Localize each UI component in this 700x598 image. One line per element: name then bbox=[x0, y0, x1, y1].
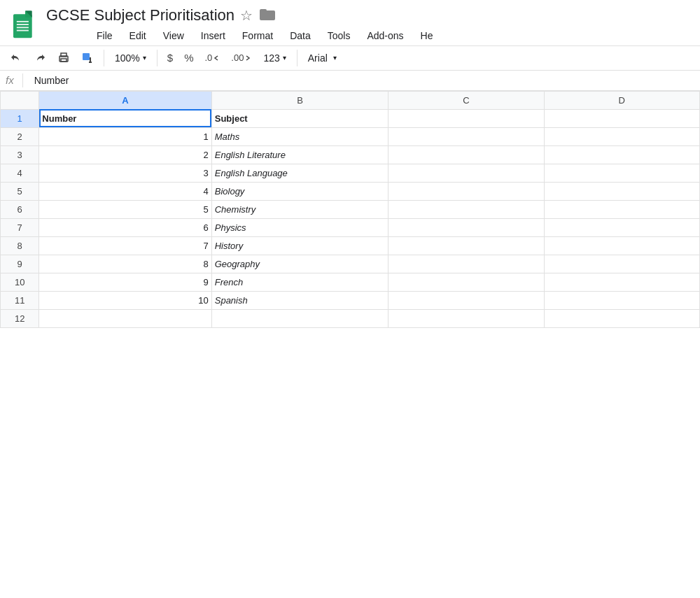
cell-B11[interactable]: Spanish bbox=[211, 291, 388, 309]
row-header-8[interactable]: 8 bbox=[1, 236, 39, 255]
cell-C9[interactable] bbox=[388, 255, 544, 273]
cell-B6[interactable]: Chemistry bbox=[211, 200, 388, 218]
print-button[interactable] bbox=[53, 49, 74, 67]
cell-D9[interactable] bbox=[544, 255, 699, 273]
decimal-less-button[interactable]: .0 bbox=[201, 50, 225, 66]
cell-D6[interactable] bbox=[544, 200, 699, 218]
table-row: 32English Literature bbox=[1, 145, 700, 164]
cell-A1[interactable]: Number bbox=[39, 109, 211, 127]
cell-C8[interactable] bbox=[388, 236, 544, 255]
cell-D5[interactable] bbox=[544, 182, 699, 200]
cell-D8[interactable] bbox=[544, 236, 699, 255]
cell-B5[interactable]: Biology bbox=[211, 182, 388, 200]
cell-A3[interactable]: 2 bbox=[39, 145, 211, 164]
cell-A10[interactable]: 9 bbox=[39, 273, 211, 291]
menu-file[interactable]: File bbox=[88, 27, 121, 44]
col-header-C[interactable]: C bbox=[388, 91, 544, 109]
cell-C6[interactable] bbox=[388, 200, 544, 218]
toolbar: 100% ▾ $ % .0 .00 123 ▾ Arial ▾ bbox=[0, 45, 700, 71]
cell-B3[interactable]: English Literature bbox=[211, 145, 388, 164]
font-selector[interactable]: Arial ▾ bbox=[303, 50, 359, 66]
row-header-12[interactable]: 12 bbox=[1, 309, 39, 327]
cell-B9[interactable]: Geography bbox=[211, 255, 388, 273]
cell-D7[interactable] bbox=[544, 218, 699, 236]
paint-format-button[interactable] bbox=[77, 49, 98, 67]
table-row: 54Biology bbox=[1, 182, 700, 200]
row-header-7[interactable]: 7 bbox=[1, 218, 39, 236]
row-header-2[interactable]: 2 bbox=[1, 127, 39, 145]
table-row: 65Chemistry bbox=[1, 200, 700, 218]
cell-C5[interactable] bbox=[388, 182, 544, 200]
col-header-A[interactable]: A bbox=[39, 91, 211, 109]
row-header-4[interactable]: 4 bbox=[1, 164, 39, 182]
row-header-6[interactable]: 6 bbox=[1, 200, 39, 218]
col-header-D[interactable]: D bbox=[544, 91, 699, 109]
cell-A7[interactable]: 6 bbox=[39, 218, 211, 236]
cell-B2[interactable]: Maths bbox=[211, 127, 388, 145]
cell-D12[interactable] bbox=[544, 309, 699, 327]
title-bar: GCSE Subject Prioritisation ☆ File Edit … bbox=[0, 0, 700, 45]
cell-B10[interactable]: French bbox=[211, 273, 388, 291]
col-header-B[interactable]: B bbox=[211, 91, 388, 109]
menu-view[interactable]: View bbox=[155, 27, 192, 44]
decimal-more-button[interactable]: .00 bbox=[227, 50, 255, 66]
cell-D10[interactable] bbox=[544, 273, 699, 291]
star-icon[interactable]: ☆ bbox=[240, 7, 253, 24]
format-type-selector[interactable]: 123 ▾ bbox=[258, 50, 290, 66]
currency-button[interactable]: $ bbox=[163, 49, 177, 66]
cell-A12[interactable] bbox=[39, 309, 211, 327]
spreadsheet-container[interactable]: A B C D 1NumberSubject21Maths32English L… bbox=[0, 91, 700, 328]
menu-bar: File Edit View Insert Format Data Tools … bbox=[46, 26, 441, 45]
row-header-10[interactable]: 10 bbox=[1, 273, 39, 291]
cell-C12[interactable] bbox=[388, 309, 544, 327]
cell-D4[interactable] bbox=[544, 164, 699, 182]
table-row: 43English Language bbox=[1, 164, 700, 182]
cell-B8[interactable]: History bbox=[211, 236, 388, 255]
cell-A11[interactable]: 10 bbox=[39, 291, 211, 309]
cell-D1[interactable] bbox=[544, 109, 699, 127]
cell-D11[interactable] bbox=[544, 291, 699, 309]
menu-data[interactable]: Data bbox=[281, 27, 319, 44]
cell-B1[interactable]: Subject bbox=[211, 109, 388, 127]
cell-C4[interactable] bbox=[388, 164, 544, 182]
percent-button[interactable]: % bbox=[180, 49, 197, 66]
undo-button[interactable] bbox=[6, 49, 27, 67]
row-header-1[interactable]: 1 bbox=[1, 109, 39, 127]
cell-A2[interactable]: 1 bbox=[39, 127, 211, 145]
spreadsheet: A B C D 1NumberSubject21Maths32English L… bbox=[0, 91, 700, 328]
cell-B12[interactable] bbox=[211, 309, 388, 327]
menu-edit[interactable]: Edit bbox=[121, 27, 155, 44]
menu-insert[interactable]: Insert bbox=[192, 27, 234, 44]
document-title[interactable]: GCSE Subject Prioritisation bbox=[46, 6, 234, 26]
row-header-3[interactable]: 3 bbox=[1, 145, 39, 164]
cell-C3[interactable] bbox=[388, 145, 544, 164]
app-icon bbox=[11, 8, 39, 42]
cell-A4[interactable]: 3 bbox=[39, 164, 211, 182]
redo-button[interactable] bbox=[29, 49, 50, 67]
cell-A8[interactable]: 7 bbox=[39, 236, 211, 255]
cell-A9[interactable]: 8 bbox=[39, 255, 211, 273]
cell-C7[interactable] bbox=[388, 218, 544, 236]
cell-B7[interactable]: Physics bbox=[211, 218, 388, 236]
row-header-11[interactable]: 11 bbox=[1, 291, 39, 309]
cell-A5[interactable]: 4 bbox=[39, 182, 211, 200]
formula-divider bbox=[22, 73, 23, 87]
cell-D3[interactable] bbox=[544, 145, 699, 164]
font-arrow: ▾ bbox=[333, 54, 337, 62]
zoom-selector[interactable]: 100% ▾ bbox=[110, 50, 151, 66]
cell-C11[interactable] bbox=[388, 291, 544, 309]
cell-A6[interactable]: 5 bbox=[39, 200, 211, 218]
folder-icon[interactable] bbox=[260, 8, 275, 24]
cell-C10[interactable] bbox=[388, 273, 544, 291]
menu-tools[interactable]: Tools bbox=[319, 27, 359, 44]
menu-addons[interactable]: Add-ons bbox=[358, 27, 412, 44]
menu-format[interactable]: Format bbox=[234, 27, 281, 44]
cell-D2[interactable] bbox=[544, 127, 699, 145]
cell-C1[interactable] bbox=[388, 109, 544, 127]
svg-rect-11 bbox=[61, 59, 66, 62]
menu-help[interactable]: He bbox=[412, 27, 442, 44]
cell-C2[interactable] bbox=[388, 127, 544, 145]
row-header-9[interactable]: 9 bbox=[1, 255, 39, 273]
row-header-5[interactable]: 5 bbox=[1, 182, 39, 200]
cell-B4[interactable]: English Language bbox=[211, 164, 388, 182]
